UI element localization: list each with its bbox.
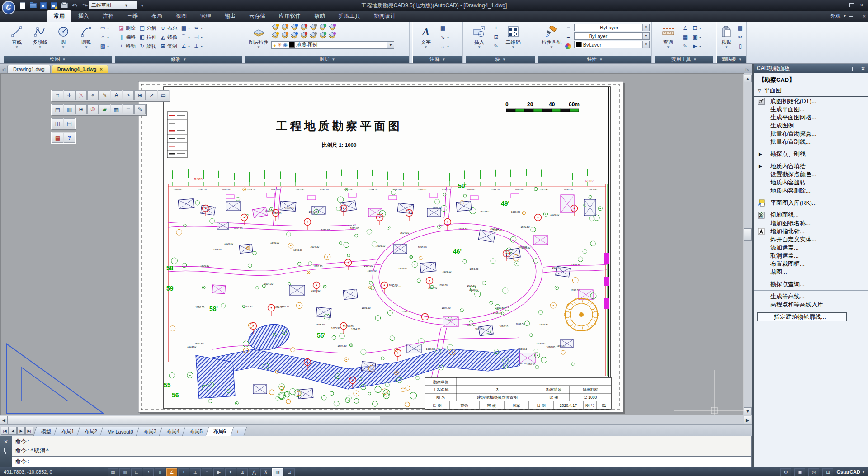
redo-button[interactable]: ↷▾ <box>80 1 90 9</box>
tb1-button-9[interactable]: ▭ <box>158 90 169 100</box>
file-tab-1[interactable]: Drawing4_1.dwg× <box>52 65 108 73</box>
block-extra-0[interactable]: + <box>492 24 500 33</box>
undo-button[interactable]: ↶▾ <box>70 1 79 9</box>
utility-a2[interactable]: ✎ <box>681 42 689 51</box>
vertical-scrollbar[interactable]: ▲ ▼ <box>744 73 752 424</box>
draw-extra-0[interactable]: ▭▾ <box>99 24 110 33</box>
modify-extra-a2[interactable]: ∠▾ <box>179 42 191 51</box>
draw-extra-2[interactable]: ▨▾ <box>99 42 110 51</box>
layout-tab-布局6[interactable]: 布局6 <box>205 427 234 436</box>
tb4-button-1[interactable]: ? <box>64 133 75 143</box>
modify-button-4[interactable]: ◧拉伸 <box>138 33 157 42</box>
color-wheel-button[interactable] <box>564 42 573 51</box>
layer-tool-6[interactable] <box>328 24 336 32</box>
open-file-button[interactable] <box>28 1 38 9</box>
panel-item-11[interactable]: 平面图入库(RK)... <box>754 199 868 207</box>
panel-label-ribbon-panel-layer[interactable]: 图层▼ <box>245 56 409 63</box>
layer-tool-4[interactable] <box>309 24 317 32</box>
panel-item-7[interactable]: ▶地质内容填绘 <box>754 162 868 170</box>
utility-a1[interactable]: ▦ <box>681 33 689 42</box>
vertical-scroll-thumb[interactable] <box>744 228 752 241</box>
panel-item-16[interactable]: 添加遮盖... <box>754 244 868 252</box>
panel-label-ribbon-panel-clipboard[interactable]: 剪贴板▼ <box>717 56 746 63</box>
tb1-button-6[interactable]: ◔ <box>123 90 134 100</box>
modify-button-6[interactable]: +移动 <box>117 42 137 51</box>
modify-button-1[interactable]: ◰分解 <box>138 24 157 33</box>
close-button[interactable]: × <box>857 1 866 9</box>
ribbon-tab-应用软件[interactable]: 应用软件 <box>272 10 307 22</box>
save-as-button[interactable] <box>49 1 58 9</box>
tb2-button-4[interactable]: ▰ <box>99 104 110 114</box>
tb2-button-1[interactable]: ▥ <box>64 104 75 114</box>
appearance-menu[interactable]: 外观 <box>830 13 840 19</box>
close-icon[interactable]: × <box>100 66 103 72</box>
ribbon-tab-注释[interactable]: 注释 <box>96 10 120 22</box>
tb1-button-5[interactable]: A <box>111 90 122 100</box>
status-toggle-isometric[interactable]: ∠ <box>166 468 177 476</box>
ribbon-tab-视图[interactable]: 视图 <box>169 10 193 22</box>
panel-label-ribbon-panel-modify[interactable]: 修改▼ <box>115 56 242 63</box>
status-toggle-object-track[interactable]: ⊥ <box>190 468 201 476</box>
scroll-down-icon[interactable]: ▼ <box>744 407 752 415</box>
unlock-icon[interactable]: ◉ <box>283 42 288 48</box>
qrcode-button[interactable]: 二维码▼ <box>502 24 524 53</box>
layout-last-icon[interactable]: ▶| <box>25 427 33 435</box>
tb1-button-4[interactable]: ✎ <box>99 90 110 100</box>
panel-label-ribbon-panel-block[interactable]: 块▼ <box>466 56 535 63</box>
modify-button-2[interactable]: ∪布尔 <box>159 24 178 33</box>
linetype-dropdown[interactable]: ByLayer▼ <box>574 32 650 40</box>
panel-item-5[interactable]: 批量布置剖线... <box>754 138 868 146</box>
scroll-up-icon[interactable]: ▲ <box>744 75 752 82</box>
toolbar-options-icon[interactable]: ▼ <box>140 4 144 8</box>
layout-tab-My Layout0[interactable]: My Layout0 <box>100 427 141 436</box>
tb1-button-7[interactable]: ⊕ <box>134 90 146 100</box>
file-tab-0[interactable]: Drawing1.dwg <box>7 65 51 73</box>
utility-b2[interactable]: ▶▾ <box>691 42 702 51</box>
workspace-switch-icon[interactable]: ⊞ <box>822 468 833 476</box>
clipboard-extra-0[interactable]: ▤ <box>736 24 745 33</box>
panel-item-2[interactable]: 生成平面图网格... <box>754 113 868 122</box>
panel-item-17[interactable]: 取消遮盖... <box>754 252 868 260</box>
panel-label-ribbon-panel-annotate[interactable]: 注释▼ <box>413 56 462 63</box>
maximize-button[interactable] <box>847 1 856 9</box>
status-toggle-hatch-display[interactable]: ▨ <box>272 468 283 476</box>
panel-label-ribbon-panel-utilities[interactable]: 实用工具▼ <box>655 56 713 63</box>
dimension-button[interactable]: ↔▾ <box>439 42 450 51</box>
panel-pin-icon[interactable] <box>852 67 856 71</box>
panel-item-19[interactable]: 裁图... <box>754 268 868 276</box>
chevron-down-icon[interactable]: ▼ <box>642 41 649 48</box>
workspace-dropdown[interactable]: 二维草图 ▼ <box>89 1 137 9</box>
layer-tool-0[interactable] <box>271 24 279 32</box>
text-button[interactable]: A文字▼ <box>415 24 437 53</box>
ribbon-tab-管理[interactable]: 管理 <box>193 10 218 22</box>
status-toggle-ortho[interactable]: ∟ <box>131 468 142 476</box>
layer-tool-5[interactable] <box>319 24 327 32</box>
tb2-button-2[interactable]: ⊞ <box>75 104 87 114</box>
bulb-icon[interactable]: ● <box>273 42 276 48</box>
tb1-button-2[interactable]: ⤬ <box>75 90 87 100</box>
draw-button-3[interactable]: 圆弧▼ <box>75 24 97 53</box>
panel-label-ribbon-panel-properties[interactable]: 特性▼ <box>538 56 651 63</box>
layer-tool-3[interactable] <box>300 24 308 32</box>
command-pin-icon[interactable] <box>4 448 8 452</box>
panel-item-6[interactable]: ▶勘探点、剖线 <box>754 150 868 158</box>
status-toggle-scale-b[interactable]: ⊼ <box>260 468 271 476</box>
ribbon-tab-云存储[interactable]: 云存储 <box>242 10 272 22</box>
panel-item-12[interactable]: PX切地面线... <box>754 211 868 219</box>
doc-minimize-button[interactable] <box>849 16 853 17</box>
panel-item-4[interactable]: 批量布置勘探点... <box>754 130 868 138</box>
draw-extra-1[interactable]: ○▾ <box>99 33 110 42</box>
modify-extra-a0[interactable]: ▦▾ <box>179 24 191 33</box>
panel-item-15[interactable]: 炸开自定义实体... <box>754 236 868 244</box>
doc-restore-button[interactable] <box>856 14 860 18</box>
modify-button-0[interactable]: ◪删除 <box>117 24 137 33</box>
chevron-down-icon[interactable]: ▼ <box>642 24 649 31</box>
tb2-button-0[interactable]: ▤ <box>52 104 63 114</box>
layer-tool-1[interactable] <box>281 24 289 32</box>
paste-button[interactable]: 粘贴▼ <box>718 24 735 53</box>
panel-collapse-icon[interactable]: ▷ <box>744 66 751 73</box>
settings-gear-icon[interactable]: ⚙ <box>780 468 791 476</box>
match-properties-button[interactable]: 特性匹配▼ <box>540 24 563 53</box>
panel-item-8[interactable]: 设置勘探点颜色... <box>754 170 868 179</box>
modify-extra-b2[interactable]: ⊥▾ <box>192 42 203 51</box>
